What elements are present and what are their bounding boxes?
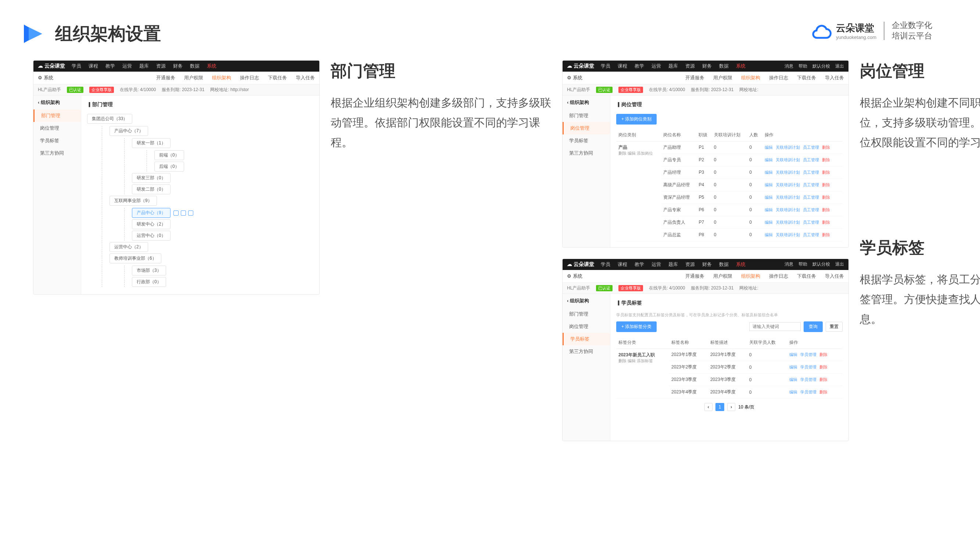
nav-resource[interactable]: 资源 — [156, 63, 166, 70]
tag-desc-title: 学员标签 — [860, 237, 980, 259]
post-description: 岗位管理 根据企业架构创建不同职级岗位，支持多级联动管理。依据岗位权限能设置不同… — [860, 60, 980, 152]
sidebar: ‹ 组织架构 部门管理 岗位管理 学员标签 第三方协同 — [33, 95, 81, 294]
sidebar-item-dept[interactable]: 部门管理 — [33, 110, 81, 122]
tree-node[interactable]: 前端（0） — [154, 150, 184, 160]
sub-download[interactable]: 下载任务 — [268, 75, 287, 81]
subbar-system: ⚙ 系统 — [38, 75, 53, 81]
tree-node[interactable]: 研发一部（1） — [132, 138, 170, 148]
tree-node-active[interactable]: 产品中心（9） — [132, 208, 170, 218]
nav-finance[interactable]: 财务 — [173, 63, 183, 70]
sidebar-item-post[interactable]: 岗位管理 — [33, 122, 81, 135]
sub-log[interactable]: 操作日志 — [240, 75, 259, 81]
add-post-category-button[interactable]: + 添加岗位类别 — [616, 114, 657, 124]
expire-date: 服务到期: 2023-12-31 — [162, 87, 204, 93]
tag-table: 标签分类标签名称标签描述关联学员人数操作 2023年新员工入职删除 编辑 添加标… — [616, 337, 843, 399]
top-nav: 学员 课程 教学 运营 题库 资源 财务 数据 系统 — [72, 63, 315, 70]
tree-node[interactable]: 后端（0） — [154, 162, 184, 171]
tag-desc-text: 根据学员标签，将员工分多类标签管理。方便快捷查找人员信息。 — [860, 270, 980, 329]
logo-section: 云朵课堂 yunduoketang.com 企业数字化 培训云平台 — [811, 20, 932, 41]
dept-main-title: ▎部门管理 — [87, 102, 313, 108]
sub-perm[interactable]: 用户权限 — [184, 75, 203, 81]
per-page[interactable]: 10 条/页 — [738, 404, 754, 410]
subbar: ⚙ 系统 开通服务 用户权限 组织架构 操作日志 下载任务 导入任务 — [33, 71, 319, 84]
logo-divider — [884, 22, 885, 40]
page-title: 组织架构设置 — [55, 22, 161, 46]
sidebar-item-tag[interactable]: 学员标签 — [33, 135, 81, 147]
tag-search-input[interactable] — [749, 322, 801, 331]
help-link[interactable]: 帮助 — [799, 63, 807, 70]
tree-node[interactable]: 运营中心（0） — [132, 231, 170, 241]
exit-link[interactable]: 退出 — [835, 63, 844, 70]
crumb-bar: HL产品助手 已认证 企业尊享版 在线学员: 4/10000 服务到期: 202… — [33, 84, 319, 95]
msg-link[interactable]: 消息 — [784, 63, 793, 70]
play-icon — [22, 23, 44, 45]
topbar: ☁ 云朵课堂 学员课程教学运营题库资源财务数据系统 消息帮助默认分校退出 — [563, 60, 848, 71]
nav-student[interactable]: 学员 — [72, 63, 81, 70]
reset-button[interactable]: 重置 — [826, 322, 843, 332]
add-tag-category-button[interactable]: + 添加标签分类 — [616, 321, 657, 332]
brand-logo: 云朵课堂 yunduoketang.com — [811, 22, 877, 40]
tree-node[interactable]: 互联网事业部（9） — [110, 196, 157, 206]
next-page[interactable]: › — [727, 403, 735, 411]
topbar: ☁ 云朵课堂 学员 课程 教学 运营 题库 资源 财务 数据 系统 — [33, 60, 319, 71]
tree-node[interactable]: 市场部（3） — [132, 265, 166, 275]
sub-import[interactable]: 导入任务 — [296, 75, 315, 81]
sub-service[interactable]: 开通服务 — [156, 75, 175, 81]
tree-node[interactable]: 行政部（0） — [132, 277, 166, 287]
post-desc-title: 岗位管理 — [860, 60, 980, 82]
nav-teach[interactable]: 教学 — [105, 63, 115, 70]
nav-question[interactable]: 题库 — [139, 63, 149, 70]
brand-name: 云朵课堂 — [836, 22, 877, 35]
nav-operate[interactable]: 运营 — [123, 63, 132, 70]
content-grid: ☁ 云朵课堂 学员 课程 教学 运营 题库 资源 财务 数据 系统 ⚙ 系统 开… — [0, 60, 980, 452]
dept-description: 部门管理 根据企业组织架构创建多级部门，支持多级联动管理。依据部门权限能设置不同… — [331, 60, 551, 152]
tree-node[interactable]: 研发二部（0） — [132, 184, 170, 194]
dept-main: ▎部门管理 集团总公司（33） 产品中心（7） 研发一部（1） 前端（0） 后端… — [81, 95, 319, 294]
tree-node[interactable]: 研发中心（2） — [132, 219, 170, 229]
search-button[interactable]: 查询 — [803, 321, 823, 332]
cloud-icon — [811, 22, 832, 40]
branch-link[interactable]: 默认分校 — [813, 63, 830, 70]
tag-screenshot: ☁ 云朵课堂 学员课程教学运营题库资源财务数据系统 消息帮助默认分校退出 ⚙ 系… — [562, 259, 849, 441]
right-tools: 消息帮助默认分校退出 — [784, 63, 844, 70]
company-name: HL产品助手 — [38, 87, 61, 93]
brand-url: yunduoketang.com — [836, 35, 877, 40]
pagination: ‹ 1 › 10 条/页 — [616, 399, 843, 416]
tree-root[interactable]: 集团总公司（33） — [87, 114, 132, 124]
tree-node[interactable]: 运营中心（2） — [110, 242, 148, 252]
tag-help-text: 学员标签支持配置员工标签分类及标签，可在学员身上标记多个分类、标签及标签组合名单 — [616, 312, 843, 318]
node-action-icons[interactable] — [173, 211, 193, 216]
sidebar-item-tag[interactable]: 学员标签 — [563, 135, 610, 147]
sub-org[interactable]: 组织架构 — [212, 75, 231, 81]
page-1[interactable]: 1 — [716, 403, 725, 411]
nav-data[interactable]: 数据 — [190, 63, 199, 70]
sidebar-item-post[interactable]: 岗位管理 — [563, 122, 610, 135]
copy-icon — [181, 211, 186, 216]
plan-badge: 企业尊享版 — [89, 87, 114, 93]
brand-tagline: 企业数字化 培训云平台 — [892, 20, 932, 41]
post-table: 岗位类别岗位名称职级关联培训计划人数操作 产品删除 编辑 添加岗位 产品助理P1… — [616, 129, 843, 241]
sidebar-header: ‹ 组织架构 — [33, 95, 81, 110]
sidebar-item-3rd[interactable]: 第三方协同 — [33, 147, 81, 159]
online-count: 在线学员: 4/10000 — [120, 87, 156, 93]
tree-node[interactable]: 产品中心（7） — [110, 126, 148, 136]
dept-desc-text: 根据企业组织架构创建多级部门，支持多级联动管理。依据部门权限能设置不同的学习课程… — [331, 93, 551, 152]
prev-page[interactable]: ‹ — [705, 403, 713, 411]
verified-badge: 已认证 — [67, 87, 83, 93]
tree-node[interactable]: 研发三部（0） — [132, 173, 170, 183]
nav-course[interactable]: 课程 — [89, 63, 98, 70]
delete-icon — [188, 211, 193, 216]
school-url: 网校地址: http://stor — [210, 87, 249, 93]
sidebar-item-3rd[interactable]: 第三方协同 — [563, 147, 610, 159]
nav-system[interactable]: 系统 — [207, 63, 216, 70]
sidebar-item-dept[interactable]: 部门管理 — [563, 110, 610, 122]
dept-desc-title: 部门管理 — [331, 60, 551, 82]
app-logo: ☁ 云朵课堂 — [38, 63, 65, 70]
dept-screenshot: ☁ 云朵课堂 学员 课程 教学 运营 题库 资源 财务 数据 系统 ⚙ 系统 开… — [33, 60, 320, 295]
svg-marker-1 — [29, 27, 42, 40]
tag-description: 学员标签 根据学员标签，将员工分多类标签管理。方便快捷查找人员信息。 — [860, 237, 980, 329]
post-desc-text: 根据企业架构创建不同职级岗位，支持多级联动管理。依据岗位权限能设置不同的学习权限… — [860, 93, 980, 152]
post-screenshot: ☁ 云朵课堂 学员课程教学运营题库资源财务数据系统 消息帮助默认分校退出 ⚙ 系… — [562, 60, 849, 248]
tree-node[interactable]: 教师培训事业部（6） — [110, 254, 161, 264]
edit-icon — [173, 211, 178, 216]
